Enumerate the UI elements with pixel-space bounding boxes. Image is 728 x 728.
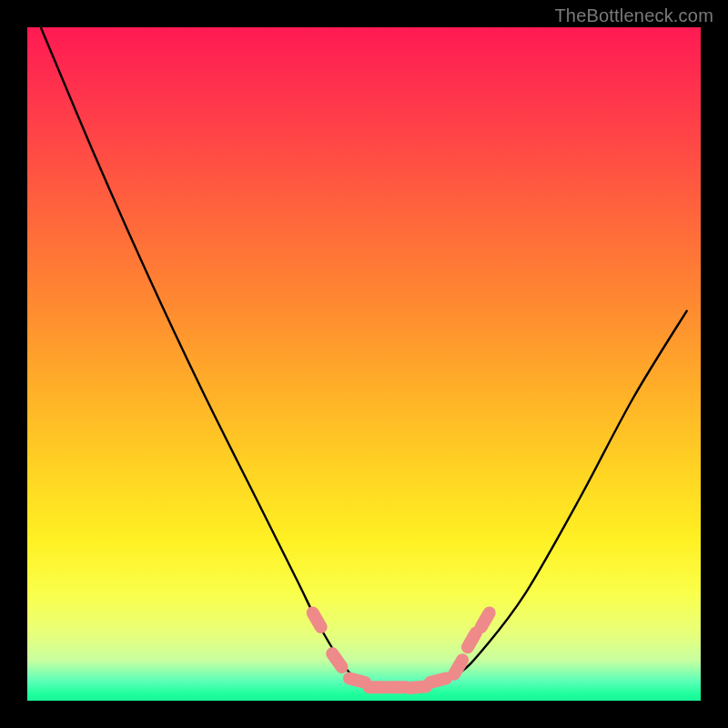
- plot-area: [27, 27, 701, 701]
- marker-dash: [410, 686, 426, 688]
- marker-dash: [481, 612, 490, 627]
- marker-dash: [468, 633, 476, 648]
- marker-dash: [454, 660, 462, 674]
- watermark-text: TheBottleneck.com: [554, 5, 713, 26]
- marker-dash: [332, 653, 341, 667]
- chart-frame: TheBottleneck.com: [0, 0, 728, 728]
- marker-dash: [313, 612, 321, 627]
- curve-path: [41, 27, 687, 689]
- marker-dash: [349, 679, 365, 683]
- curve-markers: [313, 612, 490, 688]
- bottleneck-curve: [27, 27, 701, 701]
- marker-dash: [430, 679, 446, 683]
